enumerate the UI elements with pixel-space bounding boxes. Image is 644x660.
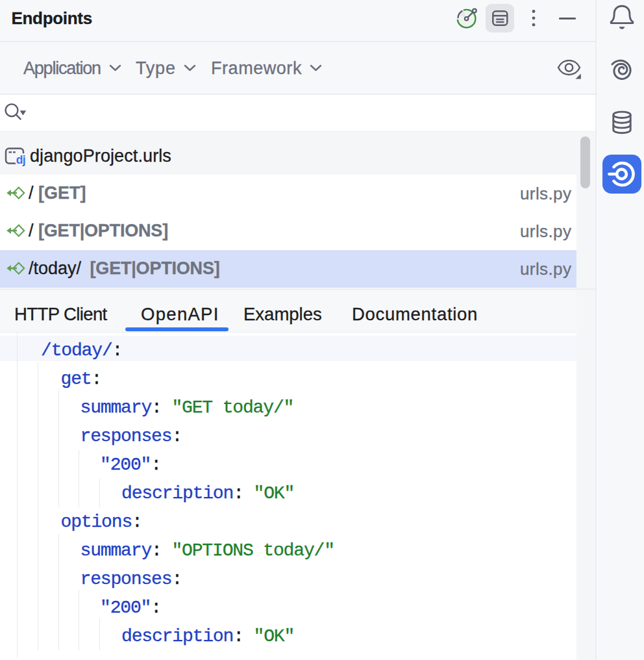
svg-text:dj: dj — [16, 153, 25, 166]
